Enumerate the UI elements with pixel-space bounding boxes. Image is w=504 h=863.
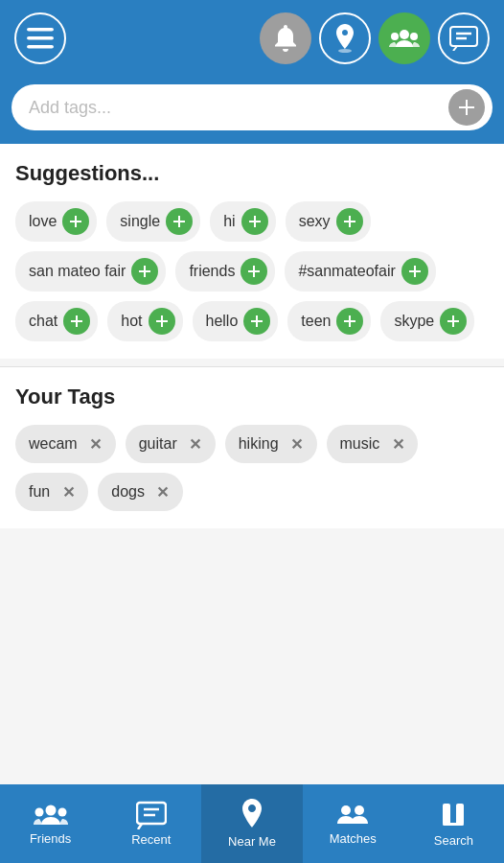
nav-matches[interactable]: Matches bbox=[303, 784, 403, 863]
nav-near-me[interactable]: Near Me bbox=[201, 784, 302, 863]
suggestion-tag: san mateo fair bbox=[15, 251, 166, 292]
svg-rect-31 bbox=[251, 320, 263, 322]
svg-point-3 bbox=[338, 49, 352, 53]
suggestion-tag: hi bbox=[210, 201, 275, 242]
add-suggestion-button[interactable] bbox=[62, 208, 89, 235]
svg-rect-2 bbox=[27, 45, 54, 49]
nav-friends-label: Friends bbox=[30, 831, 71, 846]
header-icons bbox=[260, 12, 490, 64]
tag-label: san mateo fair bbox=[29, 263, 126, 280]
bottom-nav: Friends Recent Near Me Matches bbox=[0, 784, 504, 863]
groups-button[interactable] bbox=[378, 12, 430, 64]
tag-label: hello bbox=[206, 313, 239, 330]
svg-rect-13 bbox=[70, 221, 81, 222]
menu-button[interactable] bbox=[14, 12, 66, 64]
svg-point-36 bbox=[45, 805, 56, 816]
nav-near-me-label: Near Me bbox=[228, 834, 276, 849]
remove-tag-button[interactable]: ✕ bbox=[183, 432, 208, 456]
add-tag-button[interactable] bbox=[448, 89, 485, 126]
svg-rect-21 bbox=[139, 270, 150, 272]
svg-point-4 bbox=[400, 30, 409, 39]
add-suggestion-button[interactable] bbox=[336, 208, 363, 235]
messages-button[interactable] bbox=[438, 12, 490, 64]
add-suggestion-button[interactable] bbox=[149, 308, 175, 335]
remove-tag-button[interactable]: ✕ bbox=[385, 432, 410, 456]
svg-rect-27 bbox=[71, 320, 82, 322]
tag-label: love bbox=[29, 213, 57, 230]
svg-rect-39 bbox=[137, 803, 166, 824]
your-tags-section: Your Tags wecam ✕guitar ✕hiking ✕music ✕… bbox=[0, 367, 504, 528]
tag-label: sexy bbox=[299, 213, 331, 230]
location-button[interactable] bbox=[319, 12, 371, 64]
tag-label: teen bbox=[301, 313, 331, 330]
svg-rect-15 bbox=[173, 221, 185, 222]
remove-tag-button[interactable]: ✕ bbox=[285, 432, 309, 456]
svg-point-37 bbox=[34, 808, 43, 817]
your-tag: hiking ✕ bbox=[225, 425, 317, 463]
suggestion-tag: hello bbox=[193, 301, 279, 341]
svg-rect-46 bbox=[443, 823, 464, 826]
add-suggestion-button[interactable] bbox=[243, 308, 270, 335]
header-left bbox=[14, 12, 66, 64]
nav-friends[interactable]: Friends bbox=[0, 784, 101, 863]
svg-rect-17 bbox=[249, 221, 261, 222]
tag-label: chat bbox=[29, 313, 57, 330]
suggestion-tag: #sanmateofair bbox=[285, 251, 435, 292]
your-tag: fun ✕ bbox=[15, 473, 88, 511]
add-suggestion-button[interactable] bbox=[166, 208, 193, 235]
svg-rect-33 bbox=[344, 320, 355, 322]
svg-rect-1 bbox=[27, 36, 54, 40]
nav-recent[interactable]: Recent bbox=[101, 784, 201, 863]
svg-rect-7 bbox=[450, 27, 477, 46]
search-bar bbox=[11, 84, 493, 130]
svg-rect-29 bbox=[156, 320, 168, 322]
tag-label: friends bbox=[189, 263, 235, 280]
your-tag: dogs ✕ bbox=[98, 473, 183, 511]
svg-point-42 bbox=[341, 805, 351, 815]
tag-label: hiking bbox=[239, 435, 279, 453]
svg-point-38 bbox=[57, 808, 66, 817]
svg-rect-25 bbox=[409, 270, 421, 272]
tag-label: skype bbox=[394, 313, 434, 330]
suggestion-tag: love bbox=[15, 201, 97, 242]
svg-rect-44 bbox=[443, 804, 450, 825]
tag-label: single bbox=[120, 213, 160, 230]
add-suggestion-button[interactable] bbox=[401, 258, 428, 285]
suggestions-title: Suggestions... bbox=[15, 161, 489, 186]
tag-label: fun bbox=[29, 483, 50, 501]
svg-rect-0 bbox=[27, 28, 54, 32]
your-tag: music ✕ bbox=[327, 425, 419, 463]
remove-tag-button[interactable]: ✕ bbox=[150, 479, 175, 504]
add-suggestion-button[interactable] bbox=[131, 258, 158, 285]
suggestion-tag: sexy bbox=[286, 201, 371, 242]
svg-rect-45 bbox=[456, 804, 464, 825]
tag-label: music bbox=[340, 435, 380, 453]
svg-point-43 bbox=[355, 805, 364, 815]
svg-rect-35 bbox=[447, 320, 459, 322]
suggestion-tag: chat bbox=[15, 301, 98, 341]
tag-label: dogs bbox=[111, 483, 145, 501]
add-suggestion-button[interactable] bbox=[241, 208, 268, 235]
remove-tag-button[interactable]: ✕ bbox=[56, 479, 80, 504]
svg-point-6 bbox=[410, 33, 418, 40]
add-suggestion-button[interactable] bbox=[440, 308, 467, 335]
suggestions-tags: love single hi sexy san mateo fair frien… bbox=[15, 201, 489, 341]
svg-rect-19 bbox=[344, 221, 355, 222]
add-suggestion-button[interactable] bbox=[63, 308, 90, 335]
svg-rect-23 bbox=[248, 270, 260, 272]
notification-button[interactable] bbox=[260, 12, 311, 64]
svg-point-5 bbox=[391, 33, 399, 40]
tag-label: #sanmateofair bbox=[298, 263, 395, 280]
svg-point-47 bbox=[444, 807, 450, 814]
tag-label: wecam bbox=[29, 435, 78, 453]
suggestion-tag: single bbox=[106, 201, 200, 242]
add-suggestion-button[interactable] bbox=[336, 308, 363, 335]
tag-search-input[interactable] bbox=[29, 98, 448, 118]
suggestions-section: Suggestions... love single hi sexy san m… bbox=[0, 144, 504, 359]
tag-label: hot bbox=[121, 313, 142, 330]
remove-tag-button[interactable]: ✕ bbox=[83, 432, 108, 456]
your-tags-container: wecam ✕guitar ✕hiking ✕music ✕fun ✕dogs … bbox=[15, 425, 489, 511]
suggestion-tag: teen bbox=[287, 301, 371, 341]
nav-search[interactable]: Search bbox=[403, 784, 504, 863]
add-suggestion-button[interactable] bbox=[241, 258, 267, 285]
